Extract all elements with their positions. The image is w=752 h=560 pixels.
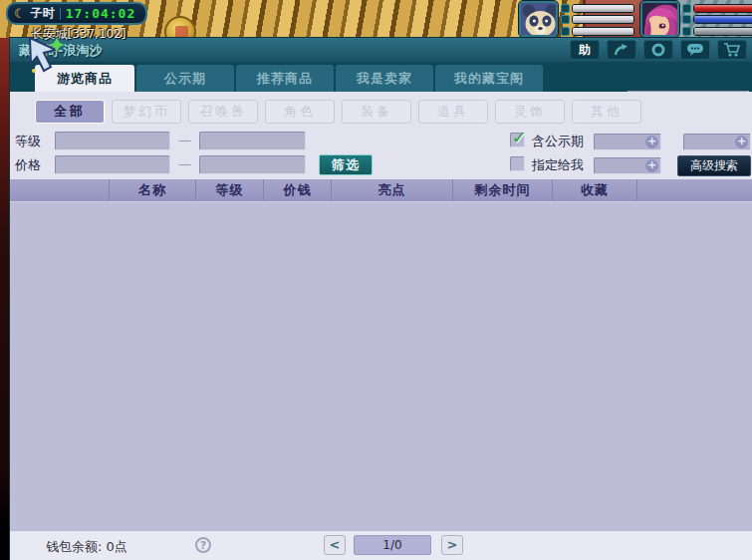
clock-panel: ☾ 子时 17:04:02	[6, 2, 147, 25]
pet-portrait[interactable]	[519, 1, 558, 37]
bar-icon	[682, 4, 691, 13]
game-screen: ☾ 子时 17:04:02 长安城[337,102]	[0, 0, 752, 560]
server-select-field-2[interactable]: +	[683, 134, 751, 150]
wallet-help-icon[interactable]: ?	[195, 537, 211, 553]
share-button[interactable]	[607, 40, 636, 60]
cart-button[interactable]	[717, 40, 747, 60]
tab-recommended[interactable]: 推荐商品	[236, 65, 334, 92]
category-coins[interactable]: 梦幻币	[112, 100, 181, 124]
player-portrait[interactable]	[640, 1, 679, 37]
mouse-cursor	[26, 35, 66, 81]
next-page-button[interactable]: >	[441, 535, 463, 555]
pink-hair-avatar	[642, 3, 679, 37]
background-left-edge	[0, 38, 10, 560]
chat-bubble-icon	[686, 43, 704, 57]
time-period-label: 子时	[31, 5, 55, 22]
pet-bar-3	[561, 26, 634, 36]
table-header-highlight: 亮点	[332, 179, 453, 201]
level-label: 等级	[15, 133, 41, 150]
bar-icon	[561, 15, 570, 24]
bar-icon	[561, 27, 570, 36]
category-pets[interactable]: 召唤兽	[188, 100, 258, 124]
category-all[interactable]: 全部	[35, 100, 105, 124]
tab-my-pavilion[interactable]: 我的藏宝阁	[435, 65, 543, 92]
category-items[interactable]: 道具	[418, 100, 488, 124]
table-header-name: 名称	[110, 179, 196, 201]
level-range-dash: —	[172, 133, 197, 147]
panda-avatar	[521, 3, 558, 37]
ring-icon	[650, 43, 666, 57]
advanced-search-button[interactable]: 高级搜索	[677, 155, 751, 176]
assigned-select-field[interactable]: +	[594, 157, 661, 174]
xp-bar	[682, 26, 752, 36]
player-status-panel	[640, 1, 752, 38]
player-bars	[682, 1, 752, 38]
table-header-blank	[10, 179, 110, 201]
table-header-time-left: 剩余时间	[453, 179, 553, 201]
clock-divider	[60, 8, 61, 20]
assigned-to-me-label: 指定给我	[532, 156, 584, 174]
window-content: 全部 梦幻币 召唤兽 角色 装备 道具 灵饰 其他 等级 — ✓ 含公示期 + …	[10, 92, 752, 530]
plus-icon[interactable]: +	[645, 159, 658, 172]
tab-i-am-seller[interactable]: 我是卖家	[336, 65, 433, 92]
tab-notice-period[interactable]: 公示期	[136, 65, 234, 92]
prev-page-button[interactable]: <	[324, 535, 346, 555]
share-arrow-icon	[614, 43, 629, 57]
bar-icon	[561, 4, 570, 13]
category-equipment[interactable]: 装备	[342, 100, 411, 124]
table-header-favorite: 收藏	[553, 179, 637, 201]
price-min-input[interactable]	[55, 155, 170, 174]
table-header-level: 等级	[196, 179, 264, 201]
shopping-cart-icon	[723, 43, 741, 58]
assigned-to-me-checkbox[interactable]	[510, 156, 525, 171]
page-indicator[interactable]: 1/0	[354, 535, 431, 555]
hp-bar	[682, 3, 752, 13]
price-max-input[interactable]	[199, 155, 306, 174]
pet-bars	[561, 1, 634, 38]
chat-button[interactable]	[680, 40, 710, 60]
mp-bar	[682, 15, 752, 25]
category-filter-row: 全部 梦幻币 召唤兽 角色 装备 道具 灵饰 其他	[35, 100, 641, 124]
plus-icon[interactable]: +	[645, 136, 658, 148]
tab-bar: 游览商品 公示期 推荐商品 我是卖家 我的藏宝阁	[10, 62, 752, 92]
treasure-pavilion-window: 藏宝阁-浪淘沙 助	[10, 38, 752, 560]
table-header-blank-end	[637, 179, 752, 201]
help-button[interactable]: 助	[570, 40, 600, 60]
price-label: 价格	[15, 156, 41, 174]
level-max-input[interactable]	[199, 132, 306, 150]
bar-icon	[682, 27, 691, 36]
filter-button[interactable]: 筛选	[319, 154, 373, 175]
pet-bar-2	[561, 15, 634, 25]
price-range-dash: —	[172, 156, 197, 171]
moon-icon: ☾	[14, 7, 26, 20]
category-characters[interactable]: 角色	[265, 100, 335, 124]
pet-bar-1	[561, 3, 634, 13]
table-header-row: 名称 等级 价钱 亮点 剩余时间 收藏	[10, 179, 752, 201]
clock-time: 17:04:02	[66, 6, 136, 21]
check-icon: ✓	[512, 128, 526, 147]
table-header-price: 价钱	[264, 179, 332, 201]
level-min-input[interactable]	[55, 132, 170, 150]
server-select-field[interactable]: +	[594, 134, 661, 150]
window-toolbar: 助	[570, 40, 747, 60]
wallet-balance: 钱包余额: 0点	[46, 538, 127, 556]
plus-icon[interactable]: +	[735, 136, 748, 148]
record-button[interactable]	[643, 40, 673, 60]
window-footer: 钱包余额: 0点 ? < 1/0 >	[10, 530, 752, 560]
category-accessories[interactable]: 灵饰	[495, 100, 565, 124]
pet-status-panel	[519, 1, 634, 38]
include-notice-label: 含公示期	[532, 133, 584, 150]
cursor-arrow-icon	[26, 35, 66, 77]
bar-icon	[682, 15, 691, 24]
results-table-body	[10, 201, 752, 530]
category-other[interactable]: 其他	[572, 100, 641, 124]
include-notice-checkbox[interactable]: ✓	[510, 133, 525, 147]
